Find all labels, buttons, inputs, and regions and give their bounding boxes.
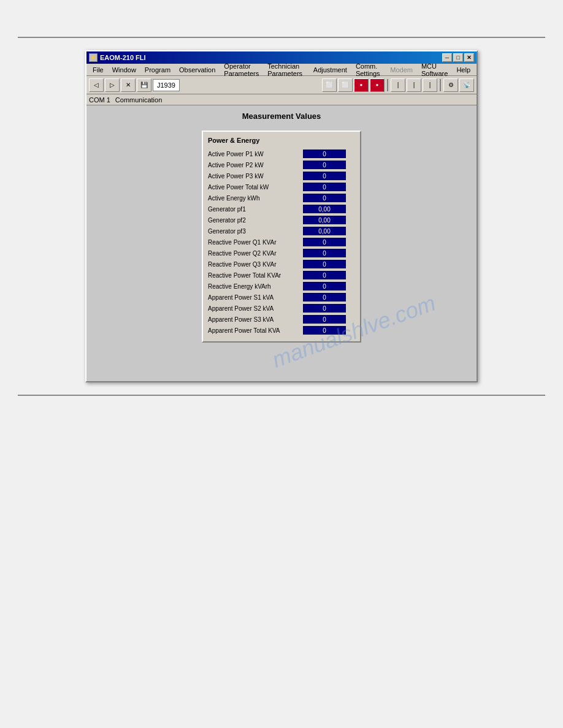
toolbar-btn-gear[interactable]: ⚙: [443, 78, 458, 92]
row-value-9: 0: [303, 249, 346, 257]
row-label-6: Generator pf2: [208, 217, 303, 224]
title-bar-left: ⚡ EAOM-210 FLI: [89, 53, 146, 62]
table-row: Active Power P2 kW 0: [208, 160, 355, 170]
page-title: Measurement Values: [93, 112, 470, 121]
row-label-14: Apparent Power S2 kVA: [208, 305, 303, 312]
row-label-5: Generator pf1: [208, 206, 303, 213]
row-value-3: 0: [303, 183, 346, 191]
app-window: ⚡ EAOM-210 FLI ─ □ ✕ File Window Program…: [85, 50, 478, 382]
status-bar: COM 1 Communication: [86, 94, 477, 105]
row-value-1: 0: [303, 161, 346, 169]
toolbar-btn-bar3[interactable]: |: [423, 78, 437, 92]
row-value-8: 0: [303, 238, 346, 246]
page-wrapper: ⚡ EAOM-210 FLI ─ □ ✕ File Window Program…: [0, 0, 563, 728]
menu-mcu-software[interactable]: MCU Software: [418, 61, 451, 78]
restore-button[interactable]: □: [453, 53, 463, 62]
toolbar-btn-screen2[interactable]: ⬜: [338, 78, 353, 92]
toolbar-icons-right: ⬜ ⬜ ● ● | | | ⚙ 📡: [322, 78, 474, 92]
table-row: Active Energy kWh 0: [208, 193, 355, 203]
table-row: Reactive Energy kVArh 0: [208, 281, 355, 291]
table-row: Apparent Power Total KVA 0: [208, 325, 355, 335]
bottom-rule: [18, 395, 545, 396]
menu-operator-parameters[interactable]: Operator Parameters: [220, 61, 262, 78]
row-label-1: Active Power P2 kW: [208, 162, 303, 169]
toolbar-btn-bar1[interactable]: |: [391, 78, 405, 92]
toolbar-btn-bar2[interactable]: |: [407, 78, 421, 92]
menu-adjustment[interactable]: Adjustment: [310, 65, 351, 75]
table-row: Active Power P1 kW 0: [208, 149, 355, 159]
menu-bar: File Window Program Observation Operator…: [86, 64, 477, 76]
row-value-13: 0: [303, 293, 346, 301]
toolbar-separator2: [440, 79, 441, 91]
panel-title: Power & Energy: [208, 137, 355, 144]
toolbar-btn-stop[interactable]: ✕: [121, 78, 136, 92]
toolbar-btn-back[interactable]: ◁: [89, 78, 104, 92]
menu-modem[interactable]: Modem: [386, 65, 416, 75]
app-icon: ⚡: [89, 53, 98, 62]
row-label-16: Apparent Power Total KVA: [208, 327, 303, 334]
main-content: Measurement Values Power & Energy Active…: [86, 105, 477, 381]
row-label-7: Generator pf3: [208, 228, 303, 235]
row-label-13: Apparent Power S1 kVA: [208, 294, 303, 301]
table-row: Active Power P3 kW 0: [208, 171, 355, 181]
com-port: COM 1: [89, 96, 110, 104]
toolbar-btn-forward[interactable]: ▷: [105, 78, 120, 92]
menu-observation[interactable]: Observation: [175, 65, 219, 75]
table-row: Reactive Power Q3 KVAr 0: [208, 259, 355, 269]
row-value-5: 0,00: [303, 205, 346, 213]
toolbar-btn-save[interactable]: 💾: [137, 78, 151, 92]
row-label-10: Reactive Power Q3 KVAr: [208, 261, 303, 268]
row-label-3: Active Power Total kW: [208, 184, 303, 191]
row-value-16: 0: [303, 326, 346, 335]
row-label-2: Active Power P3 kW: [208, 173, 303, 180]
toolbar-btn-comm[interactable]: 📡: [459, 78, 474, 92]
row-value-14: 0: [303, 304, 346, 313]
com-status: Communication: [115, 96, 162, 104]
table-row: Reactive Power Q1 KVAr 0: [208, 237, 355, 247]
menu-help[interactable]: Help: [453, 65, 474, 75]
row-value-2: 0: [303, 172, 346, 180]
row-value-10: 0: [303, 260, 346, 268]
table-row: Generator pf2 0,00: [208, 215, 355, 225]
toolbar: ◁ ▷ ✕ 💾 J1939 ⬜ ⬜ ● ● | | | ⚙ 📡: [86, 76, 477, 94]
power-energy-panel: Power & Energy Active Power P1 kW 0 Acti…: [202, 131, 361, 343]
table-row: Generator pf1 0,00: [208, 204, 355, 214]
menu-program[interactable]: Program: [141, 65, 174, 75]
row-value-12: 0: [303, 282, 346, 290]
toolbar-btn-screen1[interactable]: ⬜: [322, 78, 337, 92]
table-row: Apparent Power S3 kVA 0: [208, 314, 355, 324]
row-label-15: Apparent Power S3 kVA: [208, 316, 303, 323]
row-value-4: 0: [303, 194, 346, 202]
toolbar-j1939: J1939: [153, 79, 180, 91]
menu-technician-parameters[interactable]: Technician Parameters: [264, 61, 308, 78]
table-row: Apparent Power S1 kVA 0: [208, 292, 355, 302]
table-row: Apparent Power S2 kVA 0: [208, 303, 355, 313]
row-label-11: Reactive Power Total KVAr: [208, 272, 303, 279]
row-value-7: 0,00: [303, 227, 346, 235]
table-row: Reactive Power Q2 KVAr 0: [208, 248, 355, 258]
toolbar-btn-red1[interactable]: ●: [354, 78, 369, 92]
row-label-9: Reactive Power Q2 KVAr: [208, 250, 303, 257]
window-title: EAOM-210 FLI: [100, 54, 146, 61]
row-label-12: Reactive Energy kVArh: [208, 283, 303, 290]
row-value-0: 0: [303, 150, 346, 158]
row-value-15: 0: [303, 315, 346, 324]
table-row: Active Power Total kW 0: [208, 182, 355, 192]
row-label-0: Active Power P1 kW: [208, 151, 303, 157]
table-row: Generator pf3 0,00: [208, 226, 355, 236]
toolbar-separator1: [387, 79, 388, 91]
row-label-8: Reactive Power Q1 KVAr: [208, 239, 303, 246]
row-value-6: 0,00: [303, 216, 346, 224]
table-row: Reactive Power Total KVAr 0: [208, 270, 355, 280]
top-rule: [18, 37, 545, 38]
menu-comm-settings[interactable]: Comm. Settings: [352, 61, 385, 78]
row-label-4: Active Energy kWh: [208, 195, 303, 202]
menu-file[interactable]: File: [89, 65, 107, 75]
row-value-11: 0: [303, 271, 346, 279]
toolbar-btn-red2[interactable]: ●: [370, 78, 385, 92]
menu-window[interactable]: Window: [109, 65, 140, 75]
close-button[interactable]: ✕: [464, 53, 474, 62]
